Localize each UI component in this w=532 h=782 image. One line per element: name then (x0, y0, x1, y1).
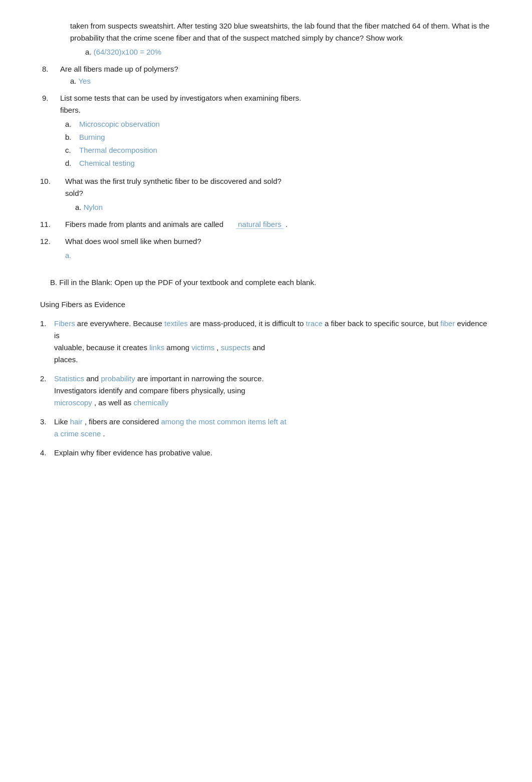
fill-4-text: Explain why fiber evidence has probative… (54, 448, 212, 457)
q8-num: 8. (40, 63, 60, 87)
q10-num: 10. (40, 175, 65, 213)
fill-2-statistics: Statistics (54, 374, 84, 383)
q9-sub: fibers. (60, 106, 81, 114)
fill-2-microscopy: microscopy (54, 398, 92, 407)
question-11: 11. Fibers made from plants and animals … (40, 218, 492, 230)
q12-answer-block: a. (65, 249, 201, 262)
fill-content-2: Statistics and probability are important… (54, 373, 264, 409)
q10-content: What was the first truly synthetic fiber… (65, 175, 282, 213)
fill-2-probability: probability (101, 374, 135, 383)
fill-item-2: 2. Statistics and probability are import… (40, 373, 492, 409)
q7-answer-line: a. (64/320)x100 = 20% (85, 46, 492, 58)
q12-text: What does wool smell like when burned? (65, 237, 201, 245)
fill-num-1: 1. (40, 318, 54, 366)
using-fibers-title: Using Fibers as Evidence (40, 299, 492, 311)
q10-answer: Nylon (84, 203, 103, 211)
q7-answer: (64/320)x100 = 20% (94, 48, 162, 56)
q12-num: 12. (40, 235, 65, 262)
q9-answer-c-text: Thermal decomposition (79, 144, 157, 156)
q9-answer-d: d. Chemical testing (65, 157, 301, 169)
fill-item-1: 1. Fibers are everywhere. Because textil… (40, 318, 492, 366)
fill-1-links: links (149, 343, 164, 352)
fill-item-3: 3. Like hair , fibers are considered amo… (40, 416, 492, 440)
section-b-title: B. Fill in the Blank: Open up the PDF of… (50, 277, 492, 289)
fill-1-fibers: Fibers (54, 319, 75, 328)
q9-answer-c: c. Thermal decomposition (65, 144, 301, 156)
q12-answer: a. (65, 251, 72, 259)
question-12: 12. What does wool smell like when burne… (40, 235, 492, 262)
q9-answer-a: a. Microscopic observation (65, 118, 301, 130)
intro-text: taken from suspects sweatshirt. After te… (70, 20, 492, 44)
q9-text: List some tests that can be used by inve… (60, 94, 301, 102)
fill-content-4: Explain why fiber evidence has probative… (54, 447, 212, 459)
section-b: B. Fill in the Blank: Open up the PDF of… (45, 277, 492, 289)
fill-content-3: Like hair , fibers are considered among … (54, 416, 287, 440)
q9-answer-d-text: Chemical testing (79, 157, 135, 169)
q12-content: What does wool smell like when burned? a… (65, 235, 201, 262)
question-10: 10. What was the first truly synthetic f… (40, 175, 492, 213)
fill-1-fiber: fiber (440, 319, 455, 328)
fill-1-trace: trace (306, 319, 322, 328)
q10-text: What was the first truly synthetic fiber… (65, 177, 282, 185)
q11-num: 11. (40, 218, 65, 230)
fill-num-3: 3. (40, 416, 54, 440)
q9-answer-b-text: Burning (79, 131, 105, 143)
fill-1-textiles: textiles (164, 319, 188, 328)
fill-num-4: 4. (40, 447, 54, 459)
q11-text: Fibers made from plants and animals are … (65, 220, 223, 228)
q8-answer-block: a. Yes (70, 75, 178, 87)
q9-answers: a. Microscopic observation b. Burning c.… (65, 118, 301, 169)
fill-1-suspects: suspects (221, 343, 250, 352)
fill-item-4: 4. Explain why fiber evidence has probat… (40, 447, 492, 459)
q8-text: Are all fibers made up of polymers? (60, 65, 178, 73)
q9-num: 9. (40, 92, 60, 170)
question-9: 9. List some tests that can be used by i… (40, 92, 492, 170)
q11-content: Fibers made from plants and animals are … (65, 218, 288, 230)
q8-content: Are all fibers made up of polymers? a. Y… (60, 63, 178, 87)
fill-num-2: 2. (40, 373, 54, 409)
q9-answer-a-text: Microscopic observation (79, 118, 160, 130)
fill-content-1: Fibers are everywhere. Because textiles … (54, 318, 492, 366)
q10-answer-block: a. Nylon (75, 201, 282, 213)
fill-3-hair: hair (70, 417, 83, 426)
fill-1-victims: victims (191, 343, 214, 352)
q9-answer-b: b. Burning (65, 131, 301, 143)
using-fibers-section: Using Fibers as Evidence 1. Fibers are e… (40, 299, 492, 459)
q9-content: List some tests that can be used by inve… (60, 92, 301, 170)
intro-paragraph: taken from suspects sweatshirt. After te… (40, 20, 492, 58)
q8-answer: Yes (78, 77, 90, 85)
question-8: 8. Are all fibers made up of polymers? a… (40, 63, 492, 87)
fill-2-chemically: chemically (133, 398, 168, 407)
q11-answer: natural fibers (236, 220, 284, 229)
